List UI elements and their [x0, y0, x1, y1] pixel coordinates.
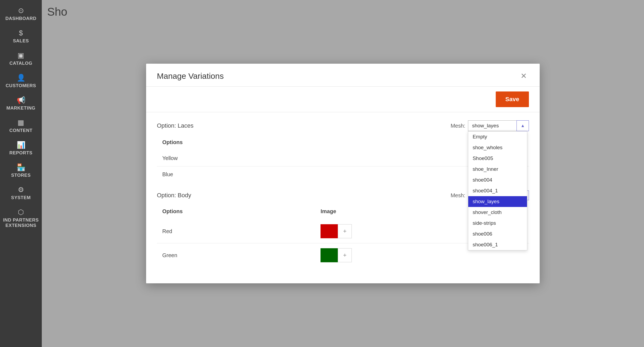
modal-toolbar: Save: [146, 87, 540, 112]
laces-option-header: Option: Laces Mesh: show_layes ▲ Empty s…: [157, 120, 529, 131]
laces-col-options: Options: [157, 134, 433, 150]
sidebar-label-content: CONTENT: [9, 128, 33, 133]
sidebar-item-marketing[interactable]: 📢 MARKETING: [0, 92, 42, 115]
sidebar-label-catalog: CATALOG: [9, 61, 32, 66]
modal-header: Manage Variations ✕: [146, 64, 540, 87]
sidebar-item-catalog[interactable]: ▣ CATALOG: [0, 47, 42, 70]
dropdown-item-shoe006-1[interactable]: shoe006_1: [468, 239, 527, 250]
system-icon: ⚙: [18, 186, 24, 194]
dropdown-item-shoe005[interactable]: Shoe005: [468, 153, 527, 164]
sidebar-item-content[interactable]: ▦ CONTENT: [0, 115, 42, 137]
laces-row-blue: Blue: [157, 166, 433, 183]
sidebar-item-dashboard[interactable]: ⊙ DASHBOARD: [0, 3, 42, 25]
sidebar-item-stores[interactable]: 🏪 STORES: [0, 159, 42, 182]
sidebar-label-customers: CUSTOMERS: [6, 83, 36, 89]
partners-icon: ⬡: [18, 208, 24, 216]
reports-icon: 📊: [17, 141, 25, 149]
sidebar-label-marketing: MARKETING: [6, 106, 35, 111]
dropdown-item-shoe004[interactable]: shoe004: [468, 175, 527, 185]
laces-section: Option: Laces Mesh: show_layes ▲ Empty s…: [157, 120, 529, 182]
red-color-swatch: [321, 224, 338, 238]
laces-mesh-select-display[interactable]: show_layes: [468, 120, 516, 131]
sidebar-item-partners[interactable]: ⬡ IND PARTNERS EXTENSIONS: [0, 204, 42, 232]
laces-mesh-label: Mesh:: [451, 123, 465, 129]
sidebar-label-system: SYSTEM: [11, 195, 31, 200]
sidebar: ⊙ DASHBOARD $ SALES ▣ CATALOG 👤 CUSTOMER…: [0, 0, 42, 347]
marketing-icon: 📢: [17, 96, 25, 104]
dropdown-item-show-layes[interactable]: show_layes: [468, 196, 527, 207]
modal-body: Option: Laces Mesh: show_layes ▲ Empty s…: [146, 112, 540, 283]
modal-close-button[interactable]: ✕: [518, 71, 529, 81]
dropdown-item-side-strips[interactable]: side-strips: [468, 218, 527, 229]
sidebar-item-reports[interactable]: 📊 REPORTS: [0, 137, 42, 159]
sidebar-label-stores: STORES: [11, 173, 31, 178]
body-row-red-label: Red: [157, 219, 315, 243]
green-color-swatch: [321, 248, 338, 262]
sidebar-label-sales: SALES: [13, 38, 29, 44]
dropdown-item-empty[interactable]: Empty: [468, 131, 527, 142]
main-area: Sho Manage Variations ✕ Save Option: Lac…: [42, 0, 644, 347]
sidebar-item-system[interactable]: ⚙ SYSTEM: [0, 182, 42, 204]
body-option-label: Option: Body: [157, 192, 191, 199]
laces-mesh-select-arrow[interactable]: ▲: [516, 120, 529, 131]
body-row-green-label: Green: [157, 243, 315, 267]
sales-icon: $: [19, 29, 23, 37]
sidebar-label-partners: IND PARTNERS EXTENSIONS: [2, 217, 40, 228]
dropdown-item-shoe004-1[interactable]: shoe004_1: [468, 185, 527, 196]
modal-overlay: Manage Variations ✕ Save Option: Laces M…: [42, 0, 644, 347]
dropdown-item-shoe-inner[interactable]: shoe_Inner: [468, 164, 527, 175]
sidebar-item-sales[interactable]: $ SALES: [0, 25, 42, 47]
manage-variations-modal: Manage Variations ✕ Save Option: Laces M…: [146, 64, 540, 283]
body-col-options: Options: [157, 203, 315, 219]
dropdown-item-shover-cloth[interactable]: shover_cloth: [468, 207, 527, 218]
modal-title: Manage Variations: [157, 72, 224, 81]
body-mesh-label: Mesh:: [451, 192, 465, 199]
green-add-image-button[interactable]: +: [338, 248, 352, 262]
laces-option-label: Option: Laces: [157, 122, 194, 129]
laces-mesh-control: Mesh: show_layes ▲ Empty shoe_wholes Sho…: [451, 120, 529, 131]
content-icon: ▦: [18, 118, 24, 127]
stores-icon: 🏪: [17, 163, 25, 172]
sidebar-item-customers[interactable]: 👤 CUSTOMERS: [0, 70, 42, 92]
dropdown-item-shoe006[interactable]: shoe006: [468, 229, 527, 239]
laces-mesh-select-wrapper: show_layes ▲ Empty shoe_wholes Shoe005 s…: [468, 120, 529, 131]
laces-row-yellow: Yellow: [157, 150, 433, 166]
customers-icon: 👤: [17, 74, 25, 82]
catalog-icon: ▣: [18, 51, 24, 60]
sidebar-label-reports: REPORTS: [9, 150, 33, 156]
save-button[interactable]: Save: [496, 91, 529, 107]
dashboard-icon: ⊙: [18, 6, 24, 15]
red-add-image-button[interactable]: +: [338, 224, 352, 238]
sidebar-label-dashboard: DASHBOARD: [5, 16, 36, 21]
dropdown-item-shoe-wholes[interactable]: shoe_wholes: [468, 142, 527, 153]
laces-mesh-dropdown: Empty shoe_wholes Shoe005 shoe_Inner sho…: [468, 131, 527, 250]
